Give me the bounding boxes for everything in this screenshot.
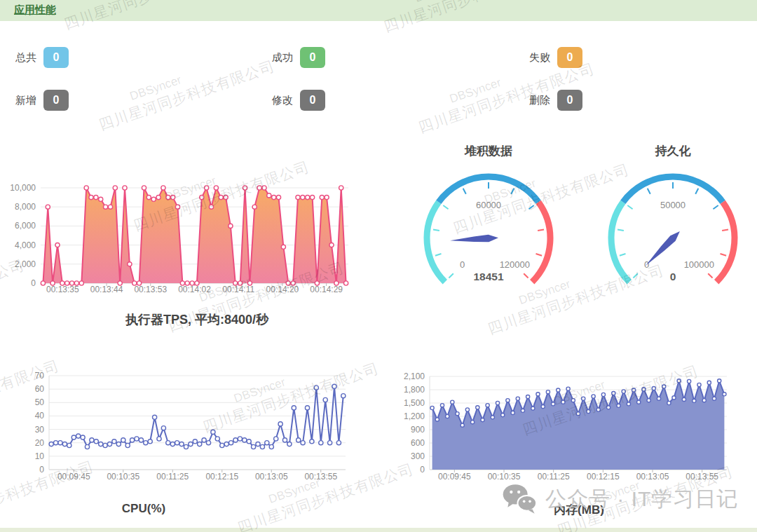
svg-text:00:10:35: 00:10:35 xyxy=(488,472,521,482)
cpu-chart: 70605040302010000:09:4500:10:3500:11:250… xyxy=(18,367,354,487)
svg-text:18451: 18451 xyxy=(473,271,503,282)
stat-delete-badge: 0 xyxy=(557,90,582,111)
bottom-strip xyxy=(0,528,757,532)
dashboard-page: 应用性能 总共 0 成功 0 失败 0 新增 0 修改 0 删除 0 10,00… xyxy=(0,0,757,532)
stat-update: 修改 0 xyxy=(272,89,325,111)
stat-success-badge: 0 xyxy=(300,47,325,68)
svg-text:8,000: 8,000 xyxy=(15,202,36,212)
gauge-persistence: 0500001000000 xyxy=(603,163,743,317)
svg-text:0: 0 xyxy=(670,271,676,282)
svg-text:900: 900 xyxy=(411,425,425,435)
stat-fail-label: 失败 xyxy=(529,51,550,64)
svg-text:70: 70 xyxy=(35,371,45,381)
svg-text:00:14:20: 00:14:20 xyxy=(266,285,299,294)
svg-text:00:13:53: 00:13:53 xyxy=(134,285,167,294)
svg-text:1,500: 1,500 xyxy=(404,398,425,408)
stat-fail: 失败 0 xyxy=(529,46,582,69)
svg-text:10,000: 10,000 xyxy=(11,183,36,193)
gauge-backlog-title: 堆积数据 xyxy=(418,143,559,159)
svg-text:30: 30 xyxy=(35,425,45,435)
gauge-backlog: 06000012000018451 xyxy=(418,163,559,317)
stat-insert: 新增 0 xyxy=(15,89,69,111)
top-banner: 应用性能 xyxy=(0,0,757,21)
svg-text:120000: 120000 xyxy=(500,259,530,270)
svg-text:6,000: 6,000 xyxy=(15,221,36,231)
svg-text:00:13:44: 00:13:44 xyxy=(90,285,123,294)
svg-text:1,200: 1,200 xyxy=(404,411,425,421)
cpu-chart-title: CPU(%) xyxy=(39,502,249,516)
svg-text:20: 20 xyxy=(35,438,45,448)
svg-text:00:13:05: 00:13:05 xyxy=(636,472,669,482)
svg-text:2,000: 2,000 xyxy=(15,259,36,269)
stat-total: 总共 0 xyxy=(15,46,69,69)
svg-text:00:13:35: 00:13:35 xyxy=(46,285,79,294)
watermark-tile: DBSyncer四川星河同步科技有限公司 xyxy=(86,0,405,185)
svg-text:0: 0 xyxy=(31,278,36,288)
stat-update-badge: 0 xyxy=(300,90,325,111)
svg-text:60: 60 xyxy=(35,384,45,394)
tps-chart: 10,0008,0006,0004,0002,000000:13:3500:13… xyxy=(11,170,361,296)
stat-success: 成功 0 xyxy=(272,46,325,69)
wechat-icon xyxy=(502,484,537,514)
svg-text:00:12:15: 00:12:15 xyxy=(205,472,238,482)
svg-text:0: 0 xyxy=(420,465,425,475)
wechat-banner: 公众号 · IT学习日记 xyxy=(502,484,738,514)
svg-text:00:12:15: 00:12:15 xyxy=(587,472,620,482)
svg-text:00:13:05: 00:13:05 xyxy=(255,472,288,482)
stat-insert-label: 新增 xyxy=(15,94,36,107)
tps-chart-title: 执行器TPS, 平均:8400/秒 xyxy=(57,311,337,328)
gauge-persistence-title: 持久化 xyxy=(603,143,743,159)
svg-text:300: 300 xyxy=(411,451,425,461)
svg-text:10: 10 xyxy=(35,451,45,461)
svg-text:00:13:55: 00:13:55 xyxy=(304,472,337,482)
svg-text:00:10:35: 00:10:35 xyxy=(107,472,139,482)
stat-success-label: 成功 xyxy=(272,51,293,64)
svg-text:0: 0 xyxy=(39,465,44,475)
svg-text:00:09:45: 00:09:45 xyxy=(438,472,471,482)
stat-fail-badge: 0 xyxy=(557,47,582,68)
stat-total-label: 总共 xyxy=(15,51,36,64)
memory-chart: 2,1001,8001,5001,200900600300000:09:4500… xyxy=(391,367,743,487)
svg-text:40: 40 xyxy=(35,411,45,421)
svg-text:0: 0 xyxy=(460,259,465,270)
svg-text:100000: 100000 xyxy=(684,259,714,270)
stat-delete: 删除 0 xyxy=(529,89,582,111)
svg-text:60000: 60000 xyxy=(476,200,501,210)
svg-text:50000: 50000 xyxy=(660,200,686,210)
stat-update-label: 修改 xyxy=(272,94,293,107)
wechat-account-text: 公众号 · IT学习日记 xyxy=(545,485,738,514)
svg-text:00:14:29: 00:14:29 xyxy=(310,285,343,294)
svg-text:4,000: 4,000 xyxy=(15,240,36,250)
svg-text:600: 600 xyxy=(411,438,425,448)
svg-text:00:14:11: 00:14:11 xyxy=(222,285,254,294)
svg-text:00:14:02: 00:14:02 xyxy=(178,285,211,294)
svg-text:50: 50 xyxy=(35,397,45,407)
app-performance-link[interactable]: 应用性能 xyxy=(14,4,56,17)
stat-insert-badge: 0 xyxy=(43,90,69,111)
svg-text:00:09:45: 00:09:45 xyxy=(57,472,90,482)
svg-text:00:11:25: 00:11:25 xyxy=(538,472,570,482)
svg-text:2,100: 2,100 xyxy=(404,371,425,381)
stat-delete-label: 删除 xyxy=(529,94,550,107)
svg-text:00:13:55: 00:13:55 xyxy=(686,472,718,482)
svg-text:1,800: 1,800 xyxy=(404,385,425,395)
stat-total-badge: 0 xyxy=(43,47,69,68)
svg-text:00:11:25: 00:11:25 xyxy=(156,472,189,482)
svg-text:0: 0 xyxy=(644,259,649,270)
